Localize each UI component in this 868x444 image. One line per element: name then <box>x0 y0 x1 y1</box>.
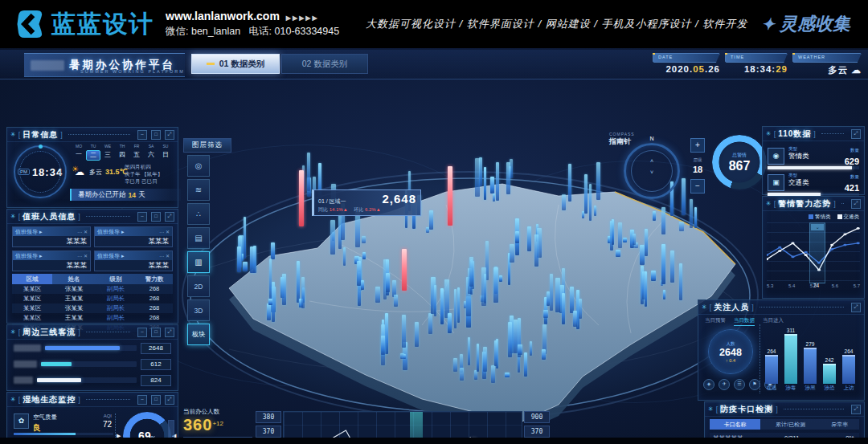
data-column <box>454 289 457 328</box>
duty-role: 值班领导 <box>15 228 38 236</box>
data-column <box>484 167 486 200</box>
focus-tab[interactable]: 当日数据 <box>734 317 755 326</box>
duty-leader-card: 值班领导▸⋯✕某某某 <box>94 226 173 247</box>
focus-icon[interactable]: ◈ <box>703 379 714 390</box>
close-icon[interactable]: ✕ <box>84 253 88 259</box>
expand-icon[interactable]: ⤢ <box>851 199 861 209</box>
focus-bar-chart: 264在逃311涉毒279涉黑242涉恐264上访 <box>760 324 860 393</box>
alert-column <box>299 170 304 226</box>
tab-data-category-2[interactable]: 02 数据类别 <box>281 54 368 74</box>
close-icon[interactable]: ✕ <box>166 253 170 259</box>
expand-icon[interactable]: ⤢ <box>851 129 861 139</box>
focus-icon[interactable]: ⚑ <box>749 379 760 390</box>
weather-text: 多云 <box>89 168 102 177</box>
window-icon[interactable]: □ <box>151 212 161 222</box>
data-column <box>268 299 272 305</box>
data-column <box>645 271 647 307</box>
view-3d-button[interactable]: 3D <box>187 299 210 321</box>
data-column <box>505 373 510 377</box>
alarm-type-item: ▣类型交通类数量421 <box>768 173 859 198</box>
window-icon[interactable]: □ <box>151 395 161 405</box>
alert-column <box>402 249 407 291</box>
tab-data-category-1[interactable]: 01 数据类别 <box>191 54 280 74</box>
close-icon[interactable]: ✕ <box>84 229 88 234</box>
focus-icon[interactable]: ✈ <box>719 379 730 390</box>
expand-icon[interactable]: ⤢ <box>165 395 174 405</box>
data-column <box>243 262 248 271</box>
focus-icon[interactable]: ☰ <box>734 379 745 390</box>
blocks-button[interactable]: 板块 <box>187 324 210 345</box>
data-column <box>616 250 620 257</box>
data-column <box>562 293 565 324</box>
data-column <box>518 344 522 355</box>
dashboard: 暑期办公协作平台 SUMMER WORKING PLATFORM 01 数据类别… <box>0 48 868 438</box>
website-link[interactable]: www.lanlanwork.com▶▶▶▶▶ <box>166 10 339 22</box>
week-day: SA六 <box>144 144 158 161</box>
dotted-trail <box>784 409 844 409</box>
minimize-icon[interactable]: – <box>137 395 147 405</box>
data-column <box>618 222 622 248</box>
alarm-type-item: ◉类型警情类数量629 <box>768 146 859 172</box>
summer-days-banner: 暑期办公已开始14天 <box>70 189 181 201</box>
data-column <box>386 273 390 292</box>
data-column <box>633 234 636 245</box>
legend-item[interactable]: 警情类 <box>809 214 831 221</box>
expand-icon[interactable]: ⤢ <box>165 328 174 337</box>
close-icon[interactable]: ✕ <box>166 229 170 234</box>
expand-icon[interactable]: ⤢ <box>851 303 861 312</box>
building-icon[interactable]: ▤ <box>187 227 210 249</box>
office-label: 当前办公人数 <box>183 408 254 416</box>
focus-tab[interactable]: 当日预警 <box>705 317 726 326</box>
cluster-icon[interactable]: ∴ <box>187 203 210 225</box>
week-day: MO一 <box>72 144 86 161</box>
dotted-trail <box>68 134 130 135</box>
more-icon[interactable]: ⋯ <box>159 253 164 259</box>
camera-icon[interactable]: ◎ <box>187 155 210 177</box>
barchart-icon[interactable]: ▥ <box>187 251 210 273</box>
data-column <box>448 313 452 333</box>
legend-item[interactable]: 交通类 <box>837 214 860 221</box>
x-tick: 5.4 <box>788 283 795 288</box>
zoom-in-button[interactable]: + <box>690 138 705 153</box>
time-box: TIME 18:34:29 <box>725 53 788 74</box>
expand-icon[interactable]: ⤢ <box>165 212 174 222</box>
minimize-icon[interactable]: – <box>137 130 147 140</box>
expand-icon[interactable]: ⤢ <box>165 130 174 140</box>
expand-icon[interactable]: ⤢ <box>851 405 861 414</box>
column-header: 累计/已检测 <box>760 419 820 430</box>
inspiration-collect-button[interactable]: ✦ 灵感收集 <box>761 0 850 48</box>
checkpoint-table-header: 卡口名称累计/已检测异常率 <box>710 419 859 430</box>
data-column <box>679 263 682 300</box>
panel-title: 110数据 <box>778 128 811 140</box>
data-column <box>429 210 433 230</box>
bracket: [ <box>716 405 719 413</box>
panel-passenger-flow: ✳[ 周边三线客流 ] –□⤢ 2648612824 <box>6 324 178 391</box>
data-column <box>550 274 553 311</box>
panel-title: 值班人员信息 <box>23 211 76 222</box>
minimize-icon[interactable]: – <box>137 212 147 222</box>
data-column <box>584 174 588 214</box>
more-icon[interactable]: ⋯ <box>77 229 82 234</box>
view-2d-button[interactable]: 2D <box>187 275 210 297</box>
more-icon[interactable]: ⋯ <box>159 229 164 234</box>
window-icon[interactable]: □ <box>151 328 161 337</box>
band-tooltip: ⌄ <box>811 224 824 230</box>
bar-item: 311涉毒 <box>784 328 797 384</box>
minimize-icon[interactable]: – <box>137 328 147 337</box>
data-column <box>269 259 272 300</box>
data-column <box>510 244 514 263</box>
data-column <box>434 285 436 316</box>
window-icon[interactable]: □ <box>151 130 161 140</box>
data-column <box>440 288 444 324</box>
count-value: 629 <box>845 157 859 166</box>
flow-row: 612 <box>14 359 171 369</box>
zoom-out-button[interactable]: − <box>690 179 705 193</box>
data-column <box>362 252 366 259</box>
signal-icon[interactable]: ≋ <box>187 179 210 201</box>
more-icon[interactable]: ⋯ <box>77 253 82 259</box>
data-column <box>282 274 286 305</box>
alarm-icon: ◉ <box>768 148 784 165</box>
panel-title: 警情警力态势 <box>778 198 831 210</box>
compass-dial[interactable]: N ˄ ˅ <box>624 143 680 199</box>
data-column <box>612 219 614 245</box>
